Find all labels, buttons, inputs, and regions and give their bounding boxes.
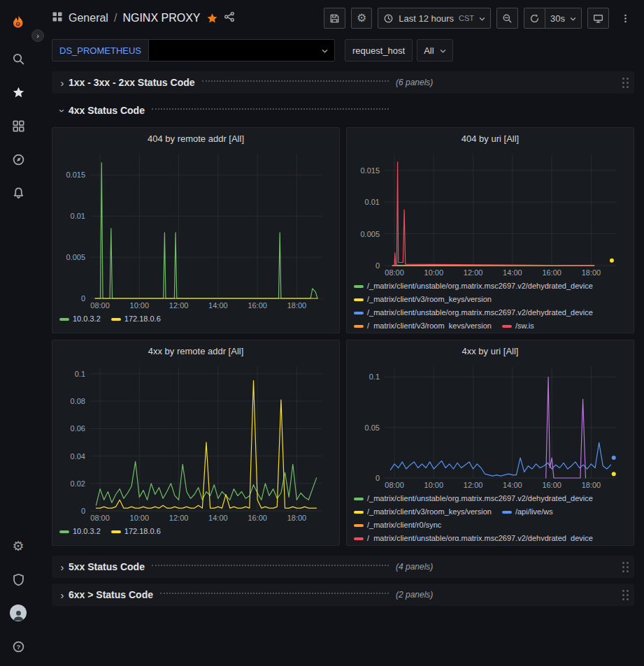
legend: 10.0.3.2172.18.0.6	[59, 311, 332, 328]
datasource-variable-value[interactable]	[149, 39, 335, 61]
row-5xx[interactable]: › 5xx Status Code (4 panels)	[52, 556, 634, 578]
refresh-interval-dropdown[interactable]: 30s	[545, 8, 582, 29]
chevron-down-icon	[322, 44, 328, 57]
tv-mode-button[interactable]	[587, 8, 609, 29]
save-dashboard-button[interactable]	[324, 8, 345, 29]
row-drag-handle[interactable]	[622, 590, 629, 600]
svg-text:16:00: 16:00	[542, 268, 561, 277]
grafana-logo[interactable]	[8, 6, 28, 42]
header-toolbar: ⚙ Last 12 hours CST 30s	[324, 8, 636, 29]
panel-404-by-uri: 404 by uri [All] 00.0050.010.01508:0010:…	[346, 127, 634, 333]
datasource-variable: DS_PROMETHEUS	[52, 39, 335, 61]
legend-item[interactable]: /_matrix/client/unstable/org.matrix.msc2…	[354, 306, 593, 319]
row-4xx[interactable]: › 4xx Status Code	[52, 99, 634, 122]
row-title: 6xx > Status Code	[69, 589, 153, 600]
refresh-interval-label: 30s	[550, 13, 565, 24]
legend-label: /api/live/ws	[515, 505, 553, 519]
timezone-label: CST	[459, 14, 474, 22]
legend-item[interactable]: 10.0.3.2	[59, 312, 101, 326]
row-drag-handle[interactable]	[622, 562, 629, 572]
zoom-out-time-button[interactable]	[496, 8, 518, 29]
request-host-variable-value[interactable]: All	[417, 39, 453, 61]
svg-text:14:00: 14:00	[208, 514, 228, 522]
svg-text:18:00: 18:00	[287, 301, 307, 310]
svg-text:08:00: 08:00	[90, 301, 110, 310]
share-icon[interactable]	[224, 11, 235, 25]
sidebar-expand-button[interactable]: ›	[31, 29, 44, 42]
row-6xx[interactable]: › 6xx > Status Code (2 panels)	[52, 584, 634, 606]
legend-swatch	[502, 325, 512, 328]
kebab-menu-icon[interactable]	[615, 8, 636, 29]
legend-item[interactable]: /_matrix/client/unstable/org.matrix.msc2…	[354, 492, 593, 505]
svg-text:08:00: 08:00	[385, 268, 404, 277]
search-icon[interactable]	[0, 42, 36, 75]
time-range-label: Last 12 hours	[399, 13, 454, 24]
legend-item[interactable]: /_matrix/client/unstable/org.matrix.msc2…	[354, 280, 593, 293]
legend-item[interactable]: /_matrix/client/v3/room_keys/version	[354, 505, 492, 519]
row-title: 5xx Status Code	[69, 561, 145, 572]
legend-item[interactable]: 172.18.0.6	[111, 525, 161, 538]
legend-item[interactable]: /api/live/ws	[502, 505, 553, 519]
row-drag-handle[interactable]	[622, 78, 629, 88]
legend-item[interactable]: /_matrix/client/v3/room_keys/version	[354, 319, 492, 328]
legend-swatch	[354, 285, 364, 288]
row-1xx-3xx-2xx[interactable]: › 1xx - 3xx - 2xx Status Code (6 panels)	[52, 71, 634, 94]
svg-text:10:00: 10:00	[130, 301, 150, 310]
legend-label: /_matrix/client/r0/sync	[367, 519, 441, 532]
legend-swatch	[111, 530, 121, 533]
dashboard-title[interactable]: NGINX PROXY	[122, 12, 200, 24]
svg-text:12:00: 12:00	[464, 268, 483, 277]
svg-text:12:00: 12:00	[464, 481, 483, 489]
legend-label: /_matrix/client/unstable/org.matrix.msc2…	[367, 532, 593, 541]
server-admin-shield-icon[interactable]	[0, 563, 36, 596]
panel-4xx-by-remote-addr: 4xx by remote addr [All] 00.020.040.060.…	[52, 340, 340, 546]
refresh-button[interactable]	[524, 8, 545, 29]
explore-icon[interactable]	[0, 143, 36, 176]
svg-text:0.015: 0.015	[66, 171, 85, 179]
panel-404-by-remote-addr: 404 by remote addr [All] 00.0050.010.015…	[52, 127, 340, 333]
chart-4xx-by-remote-addr[interactable]: 00.020.040.060.080.108:0010:0012:0014:00…	[59, 361, 332, 523]
favorite-star-icon[interactable]	[206, 13, 218, 24]
dashboards-icon[interactable]	[0, 109, 36, 143]
dashboard-settings-button[interactable]: ⚙	[351, 8, 372, 29]
svg-text:0.02: 0.02	[71, 479, 85, 488]
starred-icon[interactable]	[0, 75, 36, 109]
user-avatar[interactable]	[0, 596, 36, 630]
svg-text:18:00: 18:00	[287, 514, 307, 522]
legend-item[interactable]: 10.0.3.2	[59, 525, 101, 538]
svg-text:0.01: 0.01	[71, 212, 85, 220]
legend-label: /_matrix/client/unstable/org.matrix.msc2…	[367, 306, 593, 319]
dashboard-header: General / NGINX PROXY ⚙ Last 12 hours CS…	[36, 0, 644, 36]
legend-item[interactable]: 172.18.0.6	[111, 312, 161, 326]
request-host-variable-label[interactable]: request_host	[345, 39, 413, 61]
legend-swatch	[354, 524, 364, 527]
panel-title[interactable]: 404 by uri [All]	[354, 128, 627, 149]
legend-item[interactable]: /sw.js	[502, 319, 534, 328]
row-dotted-leader	[202, 80, 389, 82]
time-range-picker[interactable]: Last 12 hours CST	[378, 8, 491, 29]
panel-title[interactable]: 404 by remote addr [All]	[59, 128, 332, 149]
chart-404-by-remote-addr[interactable]: 00.0050.010.01508:0010:0012:0014:0016:00…	[59, 149, 332, 311]
alerting-icon[interactable]	[0, 176, 36, 210]
panel-title[interactable]: 4xx by uri [All]	[354, 340, 627, 361]
chart-4xx-by-uri[interactable]: 00.050.108:0010:0012:0014:0016:0018:00	[354, 361, 627, 491]
chart-404-by-uri[interactable]: 00.0050.010.01508:0010:0012:0014:0016:00…	[354, 149, 627, 278]
legend-swatch	[354, 298, 364, 301]
breadcrumb-section[interactable]: General	[69, 12, 108, 24]
breadcrumb-separator: /	[114, 12, 117, 24]
svg-text:18:00: 18:00	[582, 268, 601, 277]
datasource-variable-label[interactable]: DS_PROMETHEUS	[52, 39, 149, 61]
svg-text:12:00: 12:00	[169, 514, 189, 522]
legend-item[interactable]: /_matrix/client/r0/sync	[354, 519, 441, 532]
legend-label: /_matrix/client/v3/room_keys/version	[367, 319, 492, 328]
legend-item[interactable]: /_matrix/client/unstable/org.matrix.msc2…	[354, 532, 593, 541]
svg-text:16:00: 16:00	[542, 481, 561, 489]
legend-item[interactable]: /_matrix/client/v3/room_keys/version	[354, 293, 492, 306]
configuration-gear-icon[interactable]: ⚙	[0, 529, 36, 563]
legend-label: /_matrix/client/unstable/org.matrix.msc2…	[367, 280, 593, 293]
row-dotted-leader	[152, 565, 389, 566]
svg-text:0.015: 0.015	[360, 166, 380, 175]
help-icon[interactable]: ?	[0, 630, 36, 663]
dashboard-content: › 1xx - 3xx - 2xx Status Code (6 panels)…	[36, 68, 644, 666]
panel-title[interactable]: 4xx by remote addr [All]	[59, 340, 332, 361]
